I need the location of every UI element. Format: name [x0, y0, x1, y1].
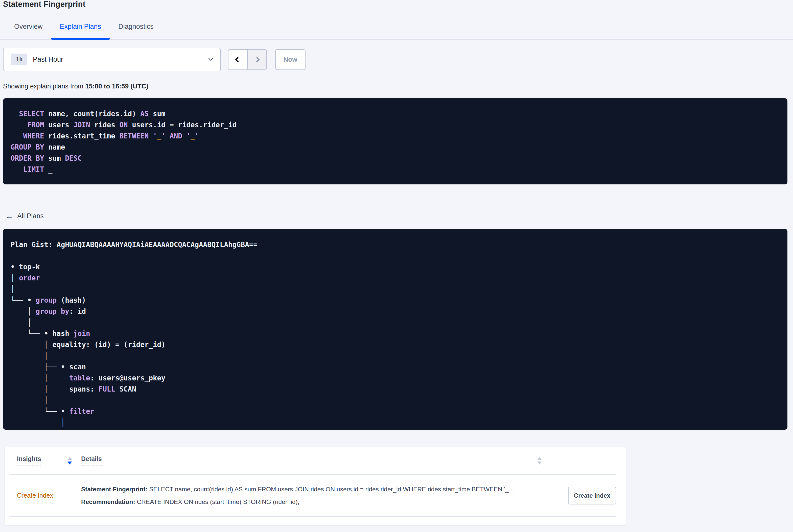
insight-type-link[interactable]: Create Index [17, 492, 53, 499]
time-pager-group [228, 49, 267, 70]
showing-range-value: 15:00 to 16:59 (UTC) [85, 82, 148, 90]
plan-gist-block: Plan Gist: AgHUAQIABQAAAAHYAQIAiAEAAAADC… [3, 229, 788, 430]
statement-fingerprint-text: SELECT name, count(rides.id) AS sum FROM… [148, 486, 515, 493]
showing-range-text: Showing explain plans from 15:00 to 16:5… [3, 82, 793, 90]
tab-bar: Overview Explain Plans Diagnostics [0, 23, 793, 40]
next-time-button[interactable] [247, 50, 266, 70]
tab-explain-plans[interactable]: Explain Plans [51, 23, 110, 40]
time-range-dropdown[interactable]: 1h Past Hour [3, 48, 221, 71]
insight-row: Create Index Statement Fingerprint: SELE… [10, 475, 616, 517]
page-title: Statement Fingerprint [3, 0, 793, 8]
insight-details-cell: Statement Fingerprint: SELECT name, coun… [81, 483, 560, 508]
previous-time-button[interactable] [228, 50, 247, 70]
time-range-value: Past Hour [33, 56, 63, 63]
time-range-badge: 1h [11, 54, 27, 65]
chevron-right-icon [254, 57, 260, 62]
tab-overview[interactable]: Overview [5, 23, 51, 40]
tab-diagnostics[interactable]: Diagnostics [110, 23, 162, 40]
time-controls-row: 1h Past Hour Now [3, 48, 793, 71]
all-plans-back-link[interactable]: ← All Plans [5, 212, 44, 220]
create-index-button[interactable]: Create Index [568, 487, 616, 505]
chevron-left-icon [235, 57, 241, 62]
recommendation-text: CREATE INDEX ON rides (start_time) STORI… [135, 498, 300, 505]
insight-statement-line: Statement Fingerprint: SELECT name, coun… [81, 483, 560, 496]
statement-fingerprint-label: Statement Fingerprint: [81, 486, 148, 493]
insight-recommendation-line: Recommendation: CREATE INDEX ON rides (s… [81, 496, 560, 508]
sort-icon-details[interactable] [537, 457, 542, 464]
chevron-down-icon [209, 57, 212, 61]
recommendation-label: Recommendation: [81, 498, 135, 505]
insights-table-header: Insights Details [10, 447, 616, 475]
insights-table-card: Insights Details Create Index Statement … [5, 447, 626, 525]
all-plans-label: All Plans [17, 212, 44, 220]
column-header-details[interactable]: Details [81, 455, 102, 466]
column-header-insights[interactable]: Insights [17, 455, 41, 466]
sort-icon-insights[interactable] [68, 457, 72, 464]
arrow-left-icon: ← [5, 213, 13, 220]
sql-statement-block: SELECT name, count(rides.id) AS sum FROM… [3, 98, 788, 185]
now-button[interactable]: Now [275, 49, 305, 70]
showing-range-prefix: Showing explain plans from [3, 82, 85, 90]
